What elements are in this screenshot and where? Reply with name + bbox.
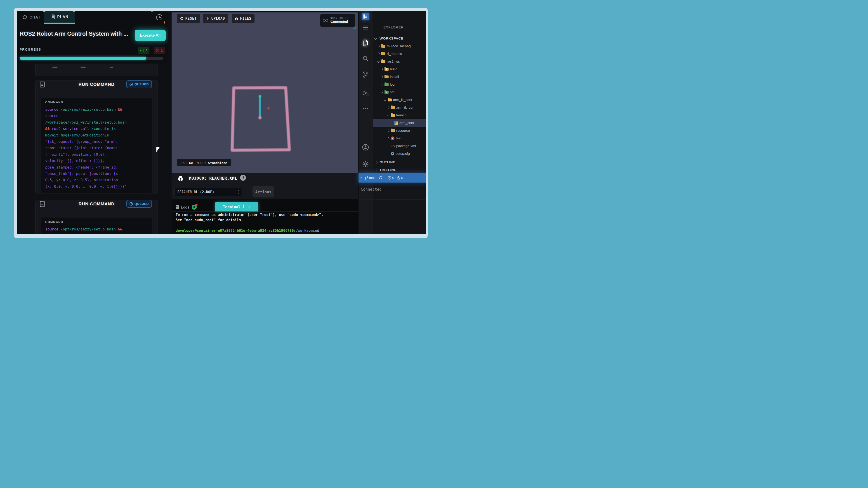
gear-file-icon	[391, 152, 394, 156]
tree-item-arm_cont[interactable]: arm_cont	[373, 119, 426, 127]
logs-file-icon	[176, 205, 179, 209]
terminal-tab-label: Terminal 1	[223, 205, 245, 209]
error-circle-icon	[388, 176, 391, 180]
problems-indicator[interactable]: 0 0	[388, 176, 403, 180]
history-clock-icon[interactable]	[156, 14, 162, 20]
tree-item-mujoco_menag[interactable]: mujoco_menag	[373, 42, 426, 50]
timeline-section[interactable]: TIMELINE	[373, 166, 426, 173]
mujoco-model-bar: MUJOCO: REACHER.XML i REACHER RL (2-DOF)…	[172, 173, 358, 199]
fps-value: 60	[189, 161, 193, 165]
terminal-tab-bar: Logs 0 Terminal 1 ×	[172, 202, 358, 212]
files-label: FILES	[240, 17, 251, 21]
upload-icon	[206, 17, 210, 20]
tree-item-setup.cfg[interactable]: setup.cfg	[373, 150, 426, 158]
tree-item-log[interactable]: log	[373, 80, 426, 88]
info-icon[interactable]: i	[240, 175, 246, 181]
chat-bubble-icon	[23, 15, 27, 20]
branch-indicator[interactable]: main	[365, 176, 377, 180]
tree-item-label: package.xml	[396, 144, 416, 148]
folder-icon	[391, 129, 395, 132]
tree-item-src[interactable]: src	[373, 88, 426, 96]
actions-button[interactable]: Actions	[252, 186, 274, 197]
prompt-separator: :	[294, 228, 296, 233]
prompt-path: /workspace	[296, 228, 317, 233]
more-ellipsis-icon[interactable]	[362, 108, 369, 109]
tab-chat[interactable]: CHAT	[20, 11, 43, 24]
blurred-code-dash	[81, 67, 86, 68]
folder-build-icon	[384, 68, 389, 71]
layout-sidebar-icon[interactable]	[362, 13, 369, 20]
tree-item-WORKSPACE[interactable]: WORKSPACE	[373, 35, 426, 42]
execute-all-button[interactable]: Execute All	[135, 30, 166, 41]
folder-icon	[381, 53, 385, 55]
remote-indicator[interactable]: ×	[360, 176, 362, 180]
queued-clock-icon	[129, 202, 133, 205]
folder-icon	[391, 106, 395, 109]
source-control-icon[interactable]	[362, 71, 369, 78]
folder-open-icon	[391, 114, 395, 117]
tree-item-ros2_ws[interactable]: ros2_ws	[373, 58, 426, 65]
warning-triangle-icon	[397, 176, 400, 180]
select-chevrons-icon: ⌃⌄	[237, 190, 239, 194]
close-icon[interactable]: ×	[248, 205, 250, 209]
tab-plan[interactable]: PLAN	[44, 11, 75, 24]
explorer-files-icon[interactable]	[362, 39, 369, 47]
artifact-dash-teal	[43, 11, 45, 12]
tree-item-arm_ik_con[interactable]: arm_ik_con	[373, 104, 426, 111]
logs-count-badge: 0	[192, 205, 197, 210]
terminal-line: See "man sudo_root" for details.	[176, 218, 354, 223]
tree-item-label: test	[396, 136, 401, 140]
queued-status-badge: QUEUED	[126, 80, 152, 88]
tree-item-install[interactable]: install	[373, 73, 426, 80]
run-debug-icon[interactable]	[362, 90, 369, 97]
reset-button[interactable]: RESET	[177, 14, 200, 23]
progress-bar-track	[20, 57, 163, 60]
file-code-icon	[40, 201, 44, 207]
tree-item-label: log	[390, 83, 395, 87]
run-command-card-2: RUN COMMAND QUEUED COMMAND source /opt/r…	[35, 200, 158, 234]
mujoco-canvas[interactable]: RESET UPLOAD FILES ROS2 BRIDGE Connected…	[172, 12, 358, 173]
actions-label: Actions	[255, 190, 272, 194]
files-button[interactable]: FILES	[232, 14, 254, 23]
command-code[interactable]: source /opt/ros/jazzy/setup.bash &&sourc…	[45, 106, 148, 190]
plan-steps-scroll-area[interactable]: RUN COMMAND QUEUED COMMAND source /opt/r…	[17, 64, 168, 234]
model-select-dropdown[interactable]: REACHER RL (2-DOF) ⌃⌄	[175, 188, 242, 196]
tree-item-label: src	[390, 90, 395, 94]
tree-item-rl_models[interactable]: rl_models	[373, 50, 426, 58]
chevron-right-icon	[375, 168, 378, 171]
tree-item-label: arm_cont	[399, 121, 414, 125]
chevron-right-icon	[387, 106, 390, 109]
files-icon	[235, 17, 238, 20]
chevron-right-icon	[387, 137, 390, 140]
outline-section[interactable]: OUTLINE	[373, 158, 426, 166]
search-icon[interactable]	[362, 55, 369, 62]
upload-button[interactable]: UPLOAD	[203, 14, 228, 23]
tree-item-arm_ik_cont[interactable]: arm_ik_cont	[373, 96, 426, 104]
settings-gear-icon[interactable]	[362, 161, 369, 168]
done-count-badge: ✓ 7	[138, 47, 149, 54]
tree-item-resource[interactable]: resource	[373, 127, 426, 134]
terminal-output[interactable]: To run a command as administrator (user …	[176, 213, 354, 233]
account-icon[interactable]	[362, 144, 369, 151]
tree-item-test[interactable]: test	[373, 134, 426, 142]
reacher-scene	[172, 12, 358, 173]
logs-tab[interactable]: Logs 0	[176, 203, 197, 211]
artifact-dot-orange	[164, 22, 165, 24]
tree-item-label: resource	[396, 129, 410, 133]
menu-icon[interactable]	[362, 26, 369, 30]
tree-item-launch[interactable]: launch	[373, 111, 426, 119]
chevron-spacer	[387, 144, 390, 147]
terminal-1-tab[interactable]: Terminal 1 ×	[215, 202, 258, 212]
branch-name: main	[369, 176, 377, 180]
chevron-right-icon	[380, 75, 383, 78]
command-code[interactable]: source /opt/ros/jazzy/setup.bash &&sourc…	[45, 226, 148, 234]
chevron-right-icon	[380, 68, 383, 70]
mujoco-model-title: MUJOCO: REACHER.XML	[189, 176, 237, 181]
tree-item-build[interactable]: build	[373, 65, 426, 73]
tab-chat-label: CHAT	[29, 15, 40, 20]
chevron-down-icon	[377, 60, 380, 63]
sync-icon[interactable]	[379, 176, 382, 180]
check-circle-icon: ✓	[141, 49, 144, 52]
tree-item-package.xml[interactable]: </>package.xml	[373, 142, 426, 150]
chevron-right-icon	[387, 129, 390, 132]
